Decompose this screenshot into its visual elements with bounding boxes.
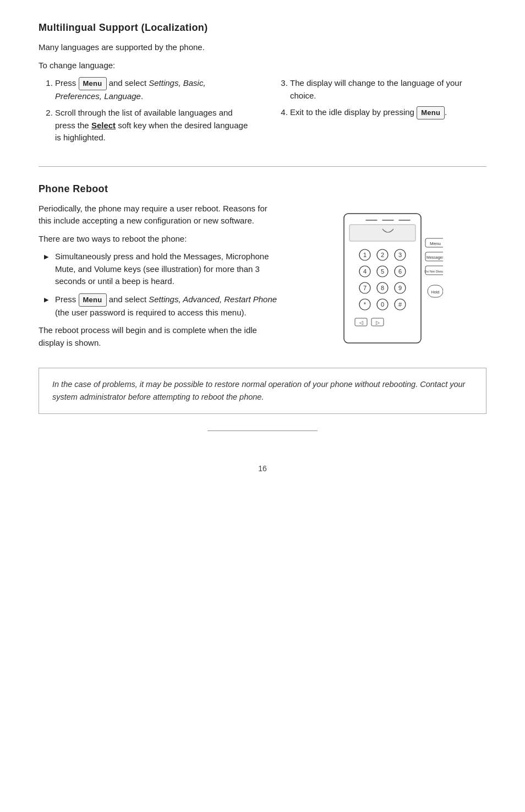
phone-svg: 1 2 3 4 5 6 7 8 9 [333, 208, 443, 351]
bullet-2: Press Menu and select Settings, Advanced… [44, 293, 279, 319]
svg-text:9: 9 [398, 285, 402, 291]
phone-reboot-section: Phone Reboot Periodically, the phone may… [39, 183, 486, 415]
section2-phone-illustration: 1 2 3 4 5 6 7 8 9 [290, 203, 486, 355]
step1-italic: Settings, Basic, Preferences, Language [55, 78, 206, 101]
menu-btn-bullet2: Menu [79, 293, 107, 307]
page-number: 16 [39, 464, 486, 473]
note-box: In the case of problems, it may be possi… [39, 368, 486, 414]
section2-bullets: Simultaneously press and hold the Messag… [44, 250, 279, 319]
steps-left: Press Menu and select Settings, Basic, P… [55, 77, 251, 144]
svg-text:Messages: Messages [426, 255, 443, 260]
svg-text:8: 8 [381, 285, 384, 291]
step-3: The display will change to the language … [290, 77, 486, 102]
step-4: Exit to the idle display by pressing Men… [290, 106, 486, 119]
step-2: Scroll through the list of available lan… [55, 107, 251, 144]
section1-col-left: Press Menu and select Settings, Basic, P… [39, 77, 251, 150]
svg-rect-1 [349, 225, 415, 241]
section2-para1: Periodically, the phone may require a us… [39, 203, 279, 227]
page-divider-line [207, 430, 318, 431]
section1-col-right: The display will change to the language … [274, 77, 486, 150]
section1-subtitle: To change language: [39, 59, 486, 72]
svg-text:5: 5 [381, 268, 384, 275]
section-divider [39, 166, 486, 167]
menu-btn-step4: Menu [417, 106, 445, 119]
svg-text:*: * [364, 301, 367, 308]
section2-two-col: Periodically, the phone may require a us… [39, 203, 486, 355]
note-text: In the case of problems, it may be possi… [52, 380, 465, 401]
section1-title: Multilingual Support (Localization) [39, 22, 486, 34]
page-footer: 16 [39, 430, 486, 473]
svg-text:▷: ▷ [376, 320, 380, 325]
select-bold: Select [91, 121, 116, 130]
section1-two-col: Press Menu and select Settings, Basic, P… [39, 77, 486, 150]
section2-title: Phone Reboot [39, 183, 486, 195]
menu-btn-step1: Menu [79, 77, 107, 90]
steps-right: The display will change to the language … [290, 77, 486, 119]
svg-text:Menu: Menu [430, 241, 441, 246]
multilingual-section: Multilingual Support (Localization) Many… [39, 22, 486, 150]
svg-text:3: 3 [398, 252, 402, 258]
bullet-1: Simultaneously press and hold the Messag… [44, 250, 279, 288]
svg-text:Do Not Disturb: Do Not Disturb [425, 270, 444, 273]
svg-text:4: 4 [363, 268, 367, 275]
svg-text:Hold: Hold [431, 290, 440, 294]
svg-text:#: # [398, 301, 402, 308]
svg-text:7: 7 [363, 285, 367, 291]
section1-intro: Many languages are supported by the phon… [39, 41, 486, 54]
step-1: Press Menu and select Settings, Basic, P… [55, 77, 251, 102]
section2-col-text: Periodically, the phone may require a us… [39, 203, 279, 355]
svg-text:6: 6 [398, 268, 402, 275]
section2-para2: There are two ways to reboot the phone: [39, 233, 279, 246]
svg-text:0: 0 [381, 301, 384, 308]
bullet2-italic: Settings, Advanced, Restart Phone [149, 295, 277, 304]
svg-text:1: 1 [363, 252, 367, 258]
svg-text:◁: ◁ [359, 320, 363, 325]
section2-para3: The reboot process will begin and is com… [39, 324, 279, 349]
svg-text:2: 2 [381, 252, 384, 258]
